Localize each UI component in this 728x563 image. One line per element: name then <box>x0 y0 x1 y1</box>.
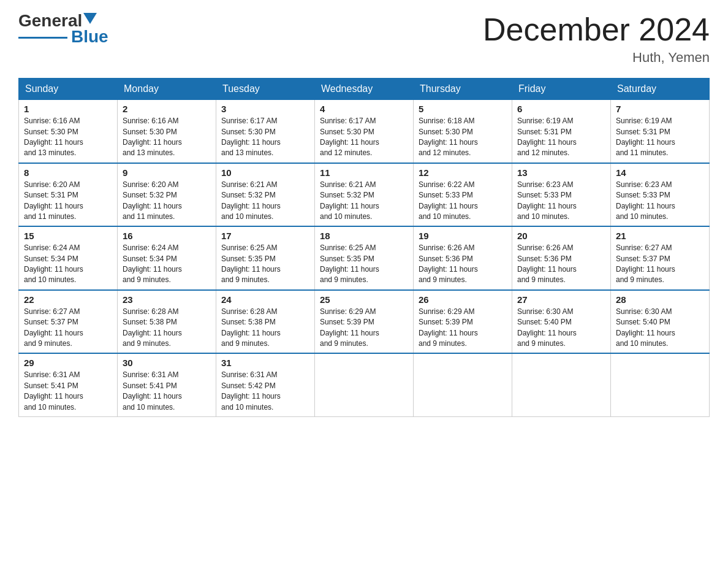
calendar-day-cell: 3 Sunrise: 6:17 AMSunset: 5:30 PMDayligh… <box>216 100 315 163</box>
calendar-day-cell: 5 Sunrise: 6:18 AMSunset: 5:30 PMDayligh… <box>414 100 512 163</box>
day-number: 13 <box>517 167 605 178</box>
day-number: 17 <box>221 231 309 241</box>
calendar-week-row: 22 Sunrise: 6:27 AMSunset: 5:37 PMDaylig… <box>19 290 710 354</box>
day-number: 18 <box>320 231 408 241</box>
calendar-day-cell: 23 Sunrise: 6:28 AMSunset: 5:38 PMDaylig… <box>118 290 216 354</box>
day-info: Sunrise: 6:31 AMSunset: 5:42 PMDaylight:… <box>221 370 281 411</box>
day-number: 6 <box>517 104 605 114</box>
day-number: 15 <box>24 231 112 241</box>
calendar-day-cell: 15 Sunrise: 6:24 AMSunset: 5:34 PMDaylig… <box>19 226 118 290</box>
day-info: Sunrise: 6:25 AMSunset: 5:35 PMDaylight:… <box>320 243 379 284</box>
calendar-day-cell: 16 Sunrise: 6:24 AMSunset: 5:34 PMDaylig… <box>118 226 216 290</box>
day-info: Sunrise: 6:30 AMSunset: 5:40 PMDaylight:… <box>517 307 577 348</box>
page-subtitle: Huth, Yemen <box>483 50 710 66</box>
calendar-day-cell: 9 Sunrise: 6:20 AMSunset: 5:32 PMDayligh… <box>118 163 216 227</box>
calendar-day-cell: 22 Sunrise: 6:27 AMSunset: 5:37 PMDaylig… <box>19 290 118 354</box>
calendar-day-cell: 30 Sunrise: 6:31 AMSunset: 5:41 PMDaylig… <box>118 353 216 416</box>
calendar-day-cell: 17 Sunrise: 6:25 AMSunset: 5:35 PMDaylig… <box>216 226 315 290</box>
day-number: 3 <box>221 104 309 114</box>
day-info: Sunrise: 6:17 AMSunset: 5:30 PMDaylight:… <box>221 117 281 157</box>
calendar-day-cell: 28 Sunrise: 6:30 AMSunset: 5:40 PMDaylig… <box>611 290 710 354</box>
day-info: Sunrise: 6:22 AMSunset: 5:33 PMDaylight:… <box>419 180 478 221</box>
day-info: Sunrise: 6:16 AMSunset: 5:30 PMDaylight:… <box>24 117 83 157</box>
day-info: Sunrise: 6:24 AMSunset: 5:34 PMDaylight:… <box>24 243 83 284</box>
day-number: 10 <box>221 167 309 178</box>
calendar-day-header: Friday <box>512 79 611 100</box>
day-info: Sunrise: 6:31 AMSunset: 5:41 PMDaylight:… <box>24 370 83 411</box>
calendar-day-cell: 8 Sunrise: 6:20 AMSunset: 5:31 PMDayligh… <box>19 163 118 227</box>
day-info: Sunrise: 6:31 AMSunset: 5:41 PMDaylight:… <box>123 370 182 411</box>
calendar-day-cell: 27 Sunrise: 6:30 AMSunset: 5:40 PMDaylig… <box>512 290 611 354</box>
day-info: Sunrise: 6:27 AMSunset: 5:37 PMDaylight:… <box>616 243 675 284</box>
day-info: Sunrise: 6:26 AMSunset: 5:36 PMDaylight:… <box>517 243 577 284</box>
calendar-day-cell: 20 Sunrise: 6:26 AMSunset: 5:36 PMDaylig… <box>512 226 611 290</box>
day-info: Sunrise: 6:19 AMSunset: 5:31 PMDaylight:… <box>517 117 577 157</box>
calendar-day-header: Saturday <box>611 79 710 100</box>
day-info: Sunrise: 6:29 AMSunset: 5:39 PMDaylight:… <box>320 307 379 348</box>
day-number: 31 <box>221 358 309 368</box>
calendar-week-row: 15 Sunrise: 6:24 AMSunset: 5:34 PMDaylig… <box>19 226 710 290</box>
day-info: Sunrise: 6:16 AMSunset: 5:30 PMDaylight:… <box>123 117 182 157</box>
day-info: Sunrise: 6:27 AMSunset: 5:37 PMDaylight:… <box>24 307 83 348</box>
day-number: 4 <box>320 104 408 114</box>
calendar-day-cell: 13 Sunrise: 6:23 AMSunset: 5:33 PMDaylig… <box>512 163 611 227</box>
day-info: Sunrise: 6:30 AMSunset: 5:40 PMDaylight:… <box>616 307 675 348</box>
calendar-day-header: Thursday <box>414 79 512 100</box>
calendar-day-cell: 11 Sunrise: 6:21 AMSunset: 5:32 PMDaylig… <box>315 163 414 227</box>
day-number: 16 <box>123 231 211 241</box>
calendar-week-row: 8 Sunrise: 6:20 AMSunset: 5:31 PMDayligh… <box>19 163 710 227</box>
day-number: 12 <box>419 167 507 178</box>
title-block: December 2024 Huth, Yemen <box>483 12 710 66</box>
day-number: 29 <box>24 358 112 368</box>
day-info: Sunrise: 6:24 AMSunset: 5:34 PMDaylight:… <box>123 243 182 284</box>
calendar-day-cell: 12 Sunrise: 6:22 AMSunset: 5:33 PMDaylig… <box>414 163 512 227</box>
day-number: 11 <box>320 167 408 178</box>
day-number: 14 <box>616 167 704 178</box>
day-info: Sunrise: 6:19 AMSunset: 5:31 PMDaylight:… <box>616 117 675 157</box>
calendar-day-cell: 14 Sunrise: 6:23 AMSunset: 5:33 PMDaylig… <box>611 163 710 227</box>
day-number: 23 <box>123 294 211 305</box>
day-number: 19 <box>419 231 507 241</box>
calendar-day-header: Sunday <box>19 79 118 100</box>
calendar-day-cell: 7 Sunrise: 6:19 AMSunset: 5:31 PMDayligh… <box>611 100 710 163</box>
calendar-day-cell <box>512 353 611 416</box>
logo-blue-text: Blue <box>71 28 108 45</box>
calendar-week-row: 29 Sunrise: 6:31 AMSunset: 5:41 PMDaylig… <box>19 353 710 416</box>
day-number: 26 <box>419 294 507 305</box>
day-number: 24 <box>221 294 309 305</box>
day-number: 2 <box>123 104 211 114</box>
calendar-day-cell: 2 Sunrise: 6:16 AMSunset: 5:30 PMDayligh… <box>118 100 216 163</box>
calendar-day-header: Wednesday <box>315 79 414 100</box>
calendar-day-cell: 10 Sunrise: 6:21 AMSunset: 5:32 PMDaylig… <box>216 163 315 227</box>
calendar-day-header: Monday <box>118 79 216 100</box>
calendar-day-cell: 4 Sunrise: 6:17 AMSunset: 5:30 PMDayligh… <box>315 100 414 163</box>
calendar-day-cell: 19 Sunrise: 6:26 AMSunset: 5:36 PMDaylig… <box>414 226 512 290</box>
day-number: 27 <box>517 294 605 305</box>
calendar-day-cell: 1 Sunrise: 6:16 AMSunset: 5:30 PMDayligh… <box>19 100 118 163</box>
day-info: Sunrise: 6:26 AMSunset: 5:36 PMDaylight:… <box>419 243 478 284</box>
day-info: Sunrise: 6:28 AMSunset: 5:38 PMDaylight:… <box>221 307 281 348</box>
day-info: Sunrise: 6:20 AMSunset: 5:31 PMDaylight:… <box>24 180 83 221</box>
day-number: 22 <box>24 294 112 305</box>
day-number: 21 <box>616 231 704 241</box>
calendar-week-row: 1 Sunrise: 6:16 AMSunset: 5:30 PMDayligh… <box>19 100 710 163</box>
day-info: Sunrise: 6:29 AMSunset: 5:39 PMDaylight:… <box>419 307 478 348</box>
logo: General Blue <box>18 12 108 45</box>
day-number: 20 <box>517 231 605 241</box>
calendar-day-cell <box>414 353 512 416</box>
calendar-day-cell: 21 Sunrise: 6:27 AMSunset: 5:37 PMDaylig… <box>611 226 710 290</box>
day-info: Sunrise: 6:21 AMSunset: 5:32 PMDaylight:… <box>320 180 379 221</box>
calendar-day-cell: 25 Sunrise: 6:29 AMSunset: 5:39 PMDaylig… <box>315 290 414 354</box>
day-number: 9 <box>123 167 211 178</box>
day-info: Sunrise: 6:17 AMSunset: 5:30 PMDaylight:… <box>320 117 379 157</box>
day-info: Sunrise: 6:23 AMSunset: 5:33 PMDaylight:… <box>616 180 675 221</box>
svg-marker-0 <box>83 13 97 24</box>
day-info: Sunrise: 6:18 AMSunset: 5:30 PMDaylight:… <box>419 117 478 157</box>
calendar-day-header: Tuesday <box>216 79 315 100</box>
day-number: 28 <box>616 294 704 305</box>
calendar-day-cell: 31 Sunrise: 6:31 AMSunset: 5:42 PMDaylig… <box>216 353 315 416</box>
day-number: 7 <box>616 104 704 114</box>
page-header: General Blue December 2024 Huth, Yemen <box>18 12 710 66</box>
calendar-day-cell: 24 Sunrise: 6:28 AMSunset: 5:38 PMDaylig… <box>216 290 315 354</box>
day-number: 25 <box>320 294 408 305</box>
